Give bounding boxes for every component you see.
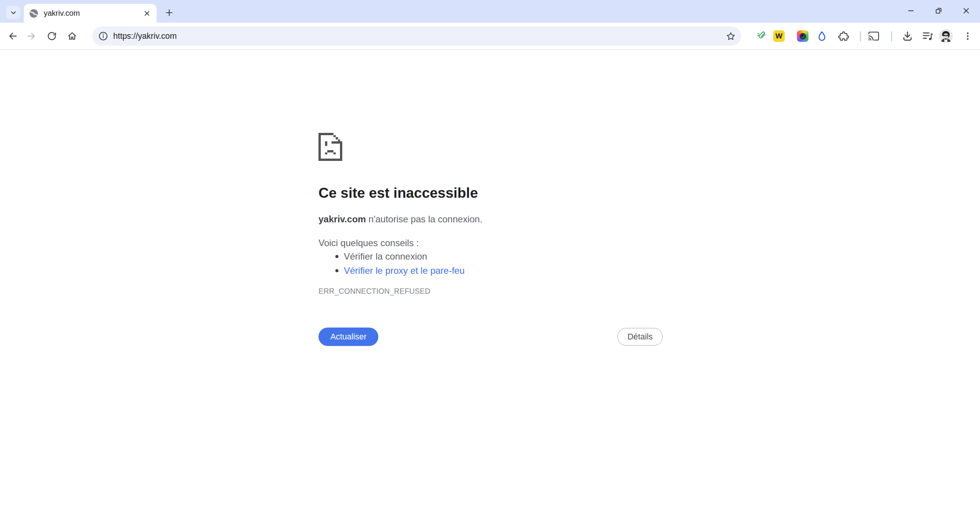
tip-check-connection: Vérifier la connexion [318, 249, 465, 263]
extension-wattpad-button[interactable]: W [773, 30, 785, 42]
puzzle-icon [838, 31, 849, 42]
window-controls [897, 0, 980, 22]
plus-icon [165, 8, 174, 17]
reload-button[interactable] [44, 28, 59, 44]
window-close-button[interactable] [952, 0, 980, 22]
tab-title: yakriv.com [44, 9, 141, 18]
tab-strip: yakriv.com [0, 0, 980, 23]
error-code: ERR_CONNECTION_REFUSED [318, 287, 431, 296]
window-restore-button[interactable] [925, 0, 952, 22]
tab-close-button[interactable] [141, 8, 153, 19]
bookmark-star-button[interactable] [723, 28, 738, 44]
chevron-down-icon [9, 8, 18, 17]
tips-label: Voici quelques conseils : [318, 237, 419, 249]
camera-lens-icon [800, 33, 806, 40]
toolbar: https://yakriv.com W [0, 23, 980, 50]
cast-button[interactable] [866, 28, 881, 44]
error-domain: yakriv.com [318, 214, 366, 224]
toolbar-separator [860, 31, 861, 41]
media-playlist-icon [922, 30, 933, 42]
home-button[interactable] [64, 28, 80, 44]
three-dots-icon [963, 31, 973, 41]
omnibox[interactable]: https://yakriv.com [92, 26, 741, 46]
error-content: Ce site est inaccessible yakriv.com n'au… [317, 50, 663, 396]
error-subtitle: yakriv.com n'autorise pas la connexion. [318, 213, 482, 225]
new-tab-button[interactable] [162, 6, 176, 19]
star-icon [726, 31, 736, 41]
extension-camera-button[interactable] [797, 30, 808, 42]
sad-file-icon [318, 133, 342, 161]
active-tab[interactable]: yakriv.com [24, 4, 157, 23]
green-paperclip-icon [756, 30, 767, 42]
browser-menu-button[interactable] [960, 28, 975, 44]
downloads-button[interactable] [900, 28, 915, 44]
toolbar-separator [891, 31, 892, 41]
extensions-menu-button[interactable] [836, 28, 851, 44]
error-title: Ce site est inaccessible [318, 185, 478, 202]
extension-droplet-button[interactable] [814, 28, 830, 44]
media-controls-button[interactable] [920, 28, 935, 44]
water-drop-icon [816, 30, 828, 42]
error-actions: Actualiser Détails [317, 328, 663, 346]
avatar-photo [939, 29, 953, 43]
tip-check-proxy-link[interactable]: Vérifier le proxy et le pare-feu [318, 263, 465, 278]
browser-window: yakriv.com [0, 0, 980, 528]
error-page: Ce site est inaccessible yakriv.com n'au… [0, 50, 980, 528]
reload-page-button[interactable]: Actualiser [318, 328, 378, 346]
tab-search-button[interactable] [6, 6, 20, 19]
close-icon [143, 9, 151, 18]
profile-avatar[interactable] [939, 29, 953, 43]
info-icon [98, 31, 108, 41]
site-info-button[interactable] [96, 28, 111, 44]
forward-button[interactable] [24, 28, 39, 44]
window-minimize-button[interactable] [897, 0, 925, 22]
tips-list: Vérifier la connexion Vérifier le proxy … [318, 249, 465, 278]
details-button[interactable]: Détails [617, 328, 663, 346]
extension-clip-button[interactable] [754, 28, 769, 44]
globe-favicon-icon [28, 8, 39, 19]
download-icon [902, 30, 913, 42]
cast-icon [868, 31, 879, 41]
back-button[interactable] [5, 28, 20, 44]
url-text[interactable]: https://yakriv.com [113, 31, 737, 41]
